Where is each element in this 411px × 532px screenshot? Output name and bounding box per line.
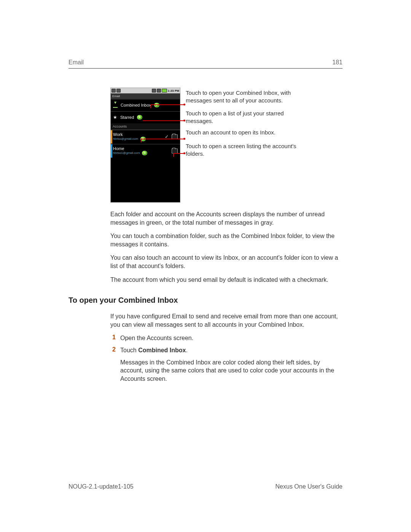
account-stripe [111,144,112,158]
page-header: Email 181 [68,59,342,69]
section-intro: If you have configured Email to send and… [110,312,342,329]
inbox-icon [113,102,118,108]
step-number: 1 [110,334,116,342]
step-1: 1 Open the Accounts screen. [110,334,342,342]
paragraph: The account from which you send email by… [110,276,342,284]
figure-block: 1:23 PM Email Combined Inbox 7 ★ Starred [110,88,342,203]
callout-line [173,153,185,154]
step-body: Messages in the Combined Inbox are color… [120,358,342,383]
page-footer: NOUG-2.1-update1-105 Nexus One User's Gu… [68,483,342,490]
step-2: 2 Touch Combined Inbox. Messages in the … [110,346,342,383]
combined-count-badge: 7 [154,103,159,107]
phone-status-bar: 1:23 PM [111,88,180,93]
callout-combined: Touch to open your Combined Inbox, with … [186,88,311,106]
account-count-badge: 3 [142,151,147,155]
header-section: Email [68,59,84,66]
account-name: Home [113,146,161,151]
callout-text-column: Touch to open your Combined Inbox, with … [186,88,311,161]
folder-icon[interactable] [172,149,178,153]
signal-icon [157,89,161,93]
starred-count-badge: 3 [137,115,142,120]
star-icon: ★ [113,115,117,120]
status-icon [116,89,121,93]
phone-title: Email [111,93,180,99]
accounts-header: Accounts [111,123,180,130]
starred-row[interactable]: ★ Starred 3 [111,111,180,123]
body-paragraphs: Each folder and account on the Accounts … [110,210,342,284]
account-name: Work [113,132,162,137]
footer-guide-name: Nexus One User's Guide [276,483,342,490]
starred-label: Starred [120,115,134,120]
account-email: hbriss1@gmail.com [113,151,140,155]
status-icon [112,89,116,93]
paragraph: If you have configured Email to send and… [110,312,342,329]
account-email: hbriss@gmail.com [113,137,138,141]
document-page: Email 181 1:23 PM [0,0,411,532]
account-row-work[interactable]: Work hbriss@gmail.com 5 ✓ [111,130,180,144]
paragraph: You can also touch an account to view it… [110,254,342,270]
step-text: Touch Combined Inbox. Messages in the Co… [120,346,342,383]
combined-inbox-label: Combined Inbox [121,103,151,107]
step-text: Open the Accounts screen. [120,334,342,342]
step-text-prefix: Touch [120,347,138,353]
callout-line [141,139,185,139]
step-text-suffix: . [186,347,187,353]
footer-doc-id: NOUG-2.1-update1-105 [68,483,134,490]
callout-starred: Touch to open a list of just your starre… [186,108,311,126]
callout-line [141,139,142,142]
step-text-strong: Combined Inbox [138,347,186,353]
step-list: 1 Open the Accounts screen. 2 Touch Comb… [110,334,342,383]
step-number: 2 [110,346,116,383]
callout-account: Touch an account to open its Inbox. [186,129,311,140]
account-stripe [111,130,112,144]
callout-line [143,120,185,121]
paragraph: Each folder and account on the Accounts … [110,210,342,227]
section-heading: To open your Combined Inbox [68,296,342,305]
combined-inbox-row[interactable]: Combined Inbox 7 [111,99,180,111]
paragraph: You can touch a combination folder, such… [110,232,342,248]
signal-icon [152,89,156,93]
callout-line [173,153,174,157]
account-row-home[interactable]: Home hbriss1@gmail.com 3 [111,144,180,158]
callout-line [150,104,185,105]
callout-line [150,104,151,108]
header-page-number: 181 [332,59,342,66]
status-time: 1:23 PM [168,89,179,93]
battery-icon [162,89,167,93]
callout-folder: Touch to open a screen listing the accou… [186,142,311,159]
